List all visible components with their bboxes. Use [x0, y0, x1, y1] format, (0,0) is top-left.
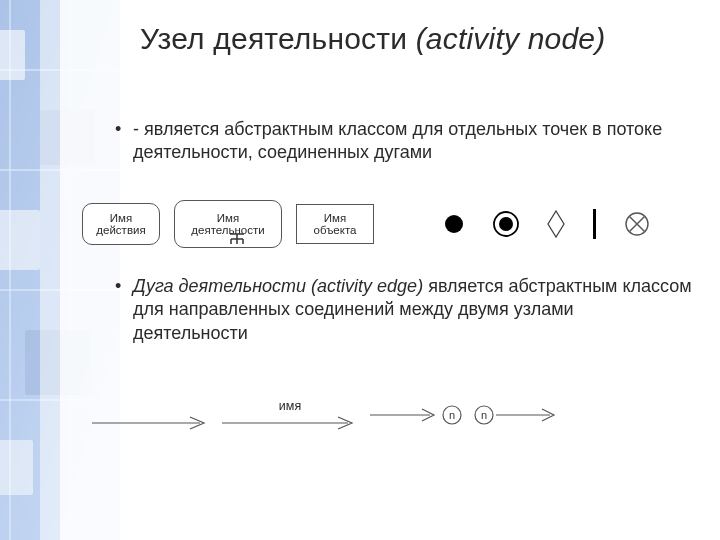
arrow-icon — [90, 415, 210, 431]
action-node-line1: Имя — [110, 212, 132, 224]
connector-arrow-icon: n n — [368, 403, 563, 427]
page-title: Узел деятельности (activity node) — [140, 22, 605, 56]
title-plain: Узел деятельности — [140, 22, 416, 55]
flow-final-icon — [624, 211, 650, 237]
svg-rect-9 — [0, 210, 40, 270]
edge-connector-pair: n n — [365, 385, 565, 445]
background-decoration — [0, 0, 120, 540]
activity-node-shape: Имя деятельности — [174, 200, 282, 248]
svg-rect-11 — [0, 440, 33, 495]
svg-rect-24 — [593, 209, 596, 239]
edge-name-label: имя — [279, 399, 301, 413]
svg-rect-13 — [40, 0, 60, 540]
bullet-2-italic: Дуга деятельности (activity edge) — [133, 276, 423, 296]
svg-point-22 — [499, 217, 513, 231]
activity-node-line2: деятельности — [191, 224, 264, 236]
arrow-icon — [220, 415, 360, 431]
decision-diamond-icon — [546, 209, 566, 239]
object-node-shape: Имя объекта — [296, 204, 374, 244]
edge-plain — [85, 385, 215, 445]
edge-named: имя — [215, 385, 365, 445]
control-nodes-group — [442, 208, 650, 240]
object-node-line2: объекта — [314, 224, 357, 236]
fork-join-bar-icon — [592, 208, 598, 240]
svg-rect-7 — [0, 30, 25, 80]
object-node-line1: Имя — [324, 212, 346, 224]
activity-node-line1: Имя — [217, 212, 239, 224]
svg-marker-23 — [548, 211, 564, 237]
node-notation-row: Имя действия Имя деятельности Имя объект… — [82, 199, 692, 249]
connector-n2: n — [480, 409, 486, 421]
bullet-2: Дуга деятельности (activity edge) являет… — [115, 275, 693, 345]
bullet-1-text: - является абстрактным классом для отдел… — [133, 119, 662, 162]
action-node-line2: действия — [96, 224, 145, 236]
svg-point-20 — [445, 215, 463, 233]
title-italic: (activity node) — [416, 22, 606, 55]
svg-rect-12 — [60, 0, 120, 540]
edge-notation-row: имя n n — [85, 385, 695, 445]
bullet-1: - является абстрактным классом для отдел… — [115, 118, 693, 165]
action-node-shape: Имя действия — [82, 203, 160, 245]
rake-icon — [229, 233, 245, 244]
final-node-icon — [492, 210, 520, 238]
connector-n1: n — [448, 409, 454, 421]
initial-node-icon — [442, 212, 466, 236]
